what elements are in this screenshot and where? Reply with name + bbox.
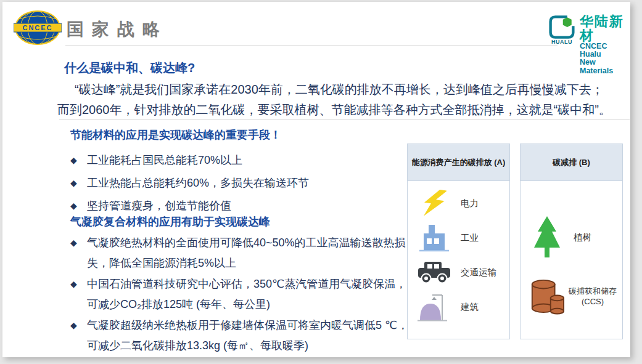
hualu-en-line2: New Materials xyxy=(580,59,630,75)
page-title: 国家战略 xyxy=(67,18,168,41)
bullet-text: 气凝胶绝热材料的全面使用可降低40~50%的工业高温输送散热损失，降低全国能源消… xyxy=(87,233,413,273)
list-item: ◆ 气凝胶超级纳米绝热板用于修建墙体保温可将室内暖气调低5 ℃，可减少二氧化碳排… xyxy=(70,315,413,356)
panel-item-label: 碳捕获和储存 (CCS) xyxy=(569,286,617,307)
section-aerogel: 气凝胶复合材料的应用有助于实现碳达峰 ◆ 气凝胶绝热材料的全面使用可降低40~5… xyxy=(70,214,413,357)
panel-row-ccs: 碳捕获和储存 (CCS) xyxy=(521,275,622,318)
bullet-text: 工业能耗占国民总能耗70%以上 xyxy=(87,149,413,172)
svg-text:CNCEC: CNCEC xyxy=(22,24,52,31)
intro-heading: 什么是碳中和、碳达峰? xyxy=(64,60,195,76)
intro-paragraph: “碳达峰”就是我们国家承诺在2030年前，二氧化碳的排放不再增长，达到峰值之后再… xyxy=(57,79,632,120)
slide: CNCEC 国家战略 HUALU 华陆新材 CNCEC Hualu New Ma… xyxy=(2,2,630,357)
hualu-en-line1: CNCEC Hualu xyxy=(580,42,630,59)
list-item: ◆ 气凝胶绝热材料的全面使用可降低40~50%的工业高温输送散热损失，降低全国能… xyxy=(70,233,413,273)
panel-item-label: 交通运输 xyxy=(461,267,496,278)
panel-item-label: 电力 xyxy=(461,198,479,209)
hualu-logo: HUALU 华陆新材 CNCEC Hualu New Materials xyxy=(548,14,630,75)
bullet-text: 工业热能占总能耗约60%，多损失在输送环节 xyxy=(87,172,413,195)
panel-b-header: 碳减排 (B) xyxy=(521,144,622,181)
hualu-mark-icon: HUALU xyxy=(548,14,576,45)
intro-line1: “碳达峰”就是我们国家承诺在2030年前，二氧化碳的排放不再增长，达到峰值之后再… xyxy=(57,79,632,100)
panel-carbon-reduction: 碳减排 (B) 植树 xyxy=(520,144,623,339)
panel-row-industry: 工业 xyxy=(408,220,509,255)
section-aerogel-heading: 气凝胶复合材料的应用有助于实现碳达峰 xyxy=(70,214,413,229)
building-icon xyxy=(416,291,452,322)
diamond-bullet-icon: ◆ xyxy=(70,172,87,195)
panel-b-title: 碳减排 (B) xyxy=(553,157,590,168)
ccs-label-line2: (CCS) xyxy=(569,296,617,307)
list-item: ◆ 工业热能占总能耗约60%，多损失在输送环节 xyxy=(70,172,413,195)
panel-item-label: 工业 xyxy=(461,232,479,244)
diamond-bullet-icon: ◆ xyxy=(70,149,87,172)
car-icon xyxy=(416,259,452,285)
panel-row-tree-planting: 植树 xyxy=(521,213,622,261)
hualu-cn-name: 华陆新材 xyxy=(580,14,630,42)
intro-line2: 而到2060年，针对排放的二氧化碳，要采取植树、节能减排等各种方式全部抵消掉，这… xyxy=(57,100,632,120)
diamond-bullet-icon: ◆ xyxy=(70,274,87,315)
bullet-text: 气凝胶超级纳米绝热板用于修建墙体保温可将室内暖气调低5 ℃，可减少二氧化碳排放1… xyxy=(87,315,413,356)
lightning-icon xyxy=(416,188,452,218)
barrels-icon xyxy=(529,277,565,316)
section-energy-materials: 节能材料的应用是实现碳达峰的重要手段！ ◆ 工业能耗占国民总能耗70%以上 ◆ … xyxy=(70,127,413,217)
cncec-logo-icon: CNCEC xyxy=(14,9,62,49)
ccs-label-line1: 碳捕获和储存 xyxy=(569,286,617,296)
list-item: ◆ 中国石油管道科技研究中心评估，350℃蒸汽管道用气凝胶保温，可减少CO₂排放… xyxy=(70,274,413,315)
panel-carbon-emission: 能源消费产生的碳排放 (A) 电力 xyxy=(407,144,510,339)
list-item: ◆ 工业能耗占国民总能耗70%以上 xyxy=(70,149,413,172)
panel-a-header: 能源消费产生的碳排放 (A) xyxy=(408,144,509,181)
section-energy-heading: 节能材料的应用是实现碳达峰的重要手段！ xyxy=(70,127,413,142)
panel-row-transport: 交通运输 xyxy=(408,255,509,289)
panel-a-title: 能源消费产生的碳排放 (A) xyxy=(412,157,506,168)
panel-row-electricity: 电力 xyxy=(408,186,509,220)
diamond-bullet-icon: ◆ xyxy=(70,315,87,356)
panel-item-label: 植树 xyxy=(574,232,591,243)
factory-icon xyxy=(416,224,452,252)
tree-icon xyxy=(529,216,565,259)
panel-row-construction: 建筑 xyxy=(408,289,509,324)
diamond-bullet-icon: ◆ xyxy=(70,233,87,273)
hualu-mark-word: HUALU xyxy=(551,39,572,45)
bullet-text: 中国石油管道科技研究中心评估，350℃蒸汽管道用气凝胶保温，可减少CO₂排放12… xyxy=(87,274,413,315)
panel-item-label: 建筑 xyxy=(461,301,479,313)
header-divider xyxy=(65,45,558,46)
section-divider xyxy=(59,119,630,120)
